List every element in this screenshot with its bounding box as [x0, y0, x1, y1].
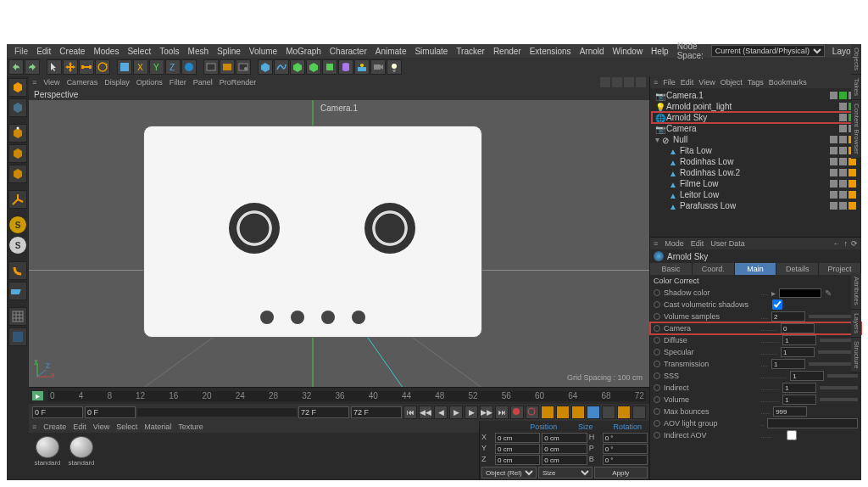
menu-select[interactable]: Select — [123, 47, 155, 56]
camera-input[interactable] — [781, 323, 815, 333]
specular-input[interactable] — [781, 347, 815, 357]
goto-start-icon[interactable]: ⏮ — [403, 406, 417, 419]
side-tab-structure[interactable]: Structure — [851, 338, 861, 372]
key-rot-icon[interactable] — [571, 406, 585, 419]
vp-view[interactable]: View — [43, 78, 59, 87]
goto-end-icon[interactable]: ⏭ — [495, 406, 509, 419]
axis-z-icon[interactable]: Z — [165, 59, 181, 75]
snap-icon[interactable] — [8, 261, 27, 280]
vp-display[interactable]: Display — [104, 78, 130, 87]
key-scale-icon[interactable] — [556, 406, 570, 419]
volume-input[interactable] — [782, 395, 816, 405]
vp-panel[interactable]: Panel — [193, 78, 213, 87]
obj-tags[interactable]: Tags — [748, 78, 764, 87]
menu-file[interactable]: File — [10, 47, 32, 56]
volume-slider[interactable] — [820, 398, 858, 401]
side-tab-objects[interactable]: Objects — [851, 44, 861, 75]
tree-item-parafusos[interactable]: ▲Parafusos Low — [652, 200, 860, 211]
coord-y-size[interactable] — [542, 444, 587, 454]
sss-input[interactable] — [790, 371, 824, 381]
vp-nav3-icon[interactable] — [624, 77, 634, 87]
axis-mode-icon[interactable] — [8, 190, 27, 209]
menu-window[interactable]: Window — [609, 47, 648, 56]
menu-help[interactable]: Help — [647, 47, 673, 56]
attr-edit[interactable]: Edit — [691, 239, 704, 248]
grid-icon[interactable] — [8, 307, 27, 326]
sss-slider[interactable] — [827, 374, 858, 378]
key-sel-icon[interactable] — [617, 406, 631, 419]
attr-userdata[interactable]: User Data — [710, 239, 745, 248]
tab-main[interactable]: Main — [735, 263, 777, 275]
tree-item-filme[interactable]: ▲Filme Low — [652, 178, 860, 189]
key-pos-icon[interactable] — [541, 406, 554, 419]
coord-apply-button[interactable]: Apply — [594, 467, 648, 479]
frame-end-input[interactable] — [298, 406, 349, 418]
undo-icon[interactable] — [8, 59, 24, 75]
obj-object[interactable]: Object — [721, 78, 743, 87]
coord-size-select[interactable]: Size — [538, 467, 593, 479]
diffuse-input[interactable] — [782, 335, 816, 345]
redo-icon[interactable] — [25, 59, 40, 75]
key-param-icon[interactable] — [587, 406, 600, 419]
frame-end2-input[interactable] — [351, 406, 402, 418]
volume-samples-input[interactable] — [771, 311, 805, 322]
axis-y-icon[interactable]: Y — [149, 59, 164, 75]
vp-cameras[interactable]: Cameras — [67, 78, 98, 87]
tree-item-point-light[interactable]: 💡Arnold point_light — [652, 101, 860, 112]
camera-icon[interactable] — [370, 59, 386, 75]
generator-icon[interactable] — [290, 59, 305, 75]
workplane-icon[interactable] — [8, 282, 27, 300]
indirect-aov-check[interactable] — [775, 430, 809, 440]
prev-key-icon[interactable]: ◀◀ — [419, 406, 432, 419]
edge-mode-icon[interactable] — [8, 144, 27, 163]
mat-material[interactable]: Material — [144, 423, 171, 431]
menu-extensions[interactable]: Extensions — [526, 47, 576, 56]
tree-item-arnold-sky[interactable]: 🌐Arnold Sky — [652, 112, 860, 123]
side-tab-content[interactable]: Content Browser — [851, 100, 861, 159]
cast-shadows-check[interactable] — [760, 299, 794, 310]
scale-tool-icon[interactable] — [79, 59, 94, 75]
material-thumb-1[interactable]: standard — [66, 436, 97, 467]
key-pla-icon[interactable] — [602, 406, 615, 419]
tree-item-camera[interactable]: 📷Camera — [652, 123, 860, 134]
menu-arnold[interactable]: Arnold — [576, 47, 609, 56]
menu-simulate[interactable]: Simulate — [410, 47, 452, 56]
viewport-solo2-icon[interactable]: S — [8, 236, 27, 255]
vp-options[interactable]: Options — [136, 78, 163, 87]
viewport-solo-icon[interactable]: S — [8, 216, 27, 234]
coord-mode-select[interactable]: Object (Rel) — [481, 467, 537, 479]
select-tool-icon[interactable] — [47, 59, 62, 75]
tree-item-null[interactable]: ▾⊘Null — [652, 134, 860, 145]
coord-p-rot[interactable] — [603, 444, 648, 454]
viewport-3d[interactable]: Camera.1 — [29, 100, 649, 387]
mat-texture[interactable]: Texture — [178, 423, 203, 431]
vp-nav4-icon[interactable] — [636, 77, 646, 87]
menu-mograph[interactable]: MoGraph — [281, 47, 326, 56]
tab-basic[interactable]: Basic — [650, 263, 693, 275]
record-icon[interactable] — [510, 406, 524, 419]
vp-filter[interactable]: Filter — [170, 78, 186, 87]
vp-nav1-icon[interactable] — [600, 77, 610, 87]
next-frame-icon[interactable]: ▶ — [465, 406, 478, 419]
grid2-icon[interactable] — [8, 327, 27, 346]
menu-tools[interactable]: Tools — [155, 47, 183, 56]
render-pv-icon[interactable] — [220, 59, 235, 75]
axis-lock-icon[interactable]: X — [133, 59, 148, 75]
field-icon[interactable] — [322, 59, 337, 75]
obj-edit[interactable]: Edit — [681, 78, 694, 87]
obj-view[interactable]: View — [698, 78, 715, 87]
menu-modes[interactable]: Modes — [89, 47, 123, 56]
coord-system-icon[interactable] — [181, 59, 197, 75]
spline-primitive-icon[interactable] — [274, 59, 289, 75]
eyedropper-icon[interactable]: ✎ — [825, 288, 832, 298]
mat-select[interactable]: Select — [116, 423, 137, 431]
tree-item-fita[interactable]: ▲Fita Low — [652, 145, 860, 156]
node-space-select[interactable]: Current (Standard/Physical) — [711, 45, 825, 57]
render-view-icon[interactable] — [203, 59, 219, 75]
obj-bookmarks[interactable]: Bookmarks — [769, 78, 807, 87]
transmission-input[interactable] — [771, 359, 805, 369]
texture-mode-icon[interactable] — [8, 98, 27, 117]
autokey-icon[interactable] — [526, 406, 539, 419]
menu-spline[interactable]: Spline — [213, 47, 245, 56]
mat-create[interactable]: Create — [43, 423, 66, 431]
